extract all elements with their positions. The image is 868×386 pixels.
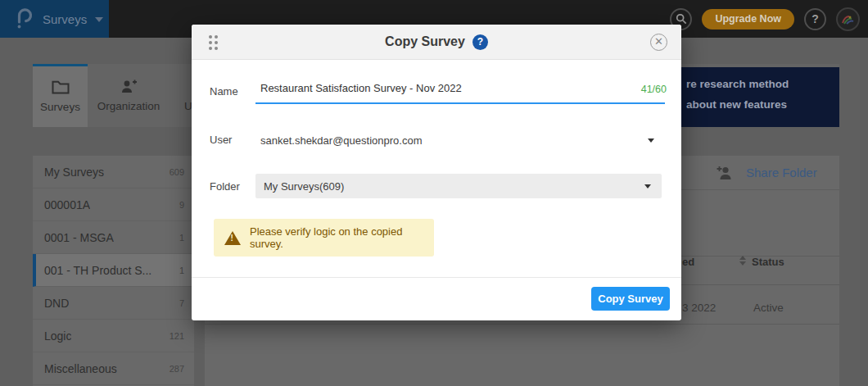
user-select-value: sanket.shekdar@questionpro.com bbox=[255, 134, 648, 147]
warning-banner: Please verify logic on the copied survey… bbox=[214, 219, 434, 257]
modal-help-icon[interactable]: ? bbox=[472, 34, 488, 50]
modal-header: Copy Survey ? ✕ bbox=[192, 25, 681, 60]
folder-select-value: My Surveys(609) bbox=[255, 180, 644, 193]
character-counter: 41/60 bbox=[631, 84, 667, 95]
chevron-down-icon bbox=[644, 184, 651, 188]
folder-field-label: Folder bbox=[210, 180, 240, 193]
modal-title: Copy Survey bbox=[385, 34, 465, 49]
close-icon[interactable]: ✕ bbox=[650, 34, 667, 51]
drag-handle-icon[interactable] bbox=[209, 35, 218, 50]
folder-select[interactable]: My Surveys(609) bbox=[255, 174, 662, 198]
chevron-down-icon bbox=[648, 139, 654, 143]
warning-triangle-icon bbox=[224, 231, 241, 245]
user-select[interactable]: sanket.shekdar@questionpro.com bbox=[255, 129, 665, 151]
copy-survey-button[interactable]: Copy Survey bbox=[591, 287, 670, 311]
footer-divider bbox=[192, 277, 681, 278]
copy-survey-modal: Copy Survey ? ✕ Name 41/60 User sanket.s… bbox=[192, 25, 681, 320]
survey-name-input[interactable] bbox=[255, 78, 665, 104]
name-field-label: Name bbox=[210, 85, 238, 98]
warning-message: Please verify logic on the copied survey… bbox=[250, 225, 434, 250]
user-field-label: User bbox=[210, 134, 232, 146]
